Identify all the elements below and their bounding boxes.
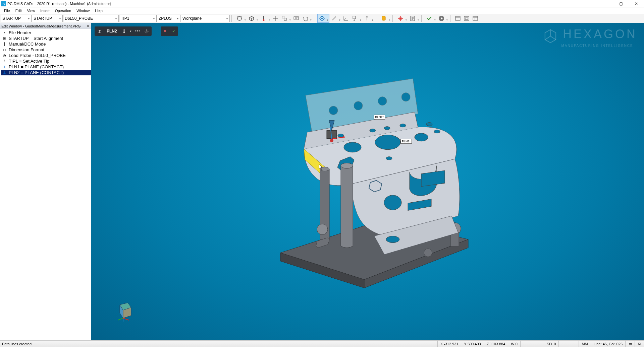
- svg-point-25: [415, 133, 428, 141]
- maximize-button[interactable]: ▢: [613, 0, 629, 7]
- tb-comment-icon[interactable]: [292, 14, 301, 23]
- status-sd: SD 0: [544, 341, 559, 347]
- floatbar-dropdown-icon[interactable]: ▾: [128, 27, 133, 35]
- combo-workplane[interactable]: Workplane▼: [181, 15, 230, 22]
- tree-item: !TIP1 = Set Active Tip: [1, 58, 91, 64]
- tb-window2-icon[interactable]: [462, 14, 471, 23]
- status-coord-x: X -312.931: [437, 341, 461, 347]
- title-bar: Pc PC-DMIS CAD++ 2020 R1 (release) - Mac…: [0, 0, 644, 7]
- svg-point-29: [400, 124, 406, 127]
- app-icon: Pc: [1, 1, 6, 6]
- plane-icon: ⊥: [2, 65, 7, 69]
- toolbar-separator: [314, 15, 316, 22]
- combo-workplane-axis[interactable]: ZPLUS▼: [157, 15, 180, 22]
- status-btn2[interactable]: ⧉: [635, 341, 644, 347]
- svg-point-27: [370, 129, 376, 132]
- toolbar-separator: [231, 15, 233, 22]
- tb-feature-icon[interactable]: ▾: [235, 14, 247, 23]
- floatbar-accept-icon[interactable]: ✓: [169, 27, 178, 35]
- tree-item: ⊥PLN1 = PLANE (CONTACT): [1, 64, 91, 70]
- floatbar-cancel-icon[interactable]: ✕: [161, 27, 169, 35]
- menu-view[interactable]: View: [24, 8, 38, 13]
- close-button[interactable]: ✕: [629, 0, 644, 7]
- window-title: PC-DMIS CAD++ 2020 R1 (release) - Machin…: [7, 2, 598, 6]
- status-line-col: Line: 45, Col: 025: [591, 341, 625, 347]
- tb-check-icon[interactable]: ▾: [425, 14, 437, 23]
- svg-point-2: [263, 19, 264, 21]
- floatbar-gear-icon[interactable]: [142, 27, 151, 35]
- svg-point-42: [386, 236, 399, 242]
- floatbar-more-icon[interactable]: •••: [133, 27, 143, 35]
- tb-probe-icon[interactable]: ▾: [259, 14, 271, 23]
- tb-uparrow-icon[interactable]: ▾: [362, 14, 374, 23]
- tb-move-icon[interactable]: [271, 14, 280, 23]
- tb-cube-icon[interactable]: ▾: [247, 14, 259, 23]
- hexagon-watermark: HEXAGON MANUFACTURING INTELLIGENCE: [543, 27, 638, 48]
- tree-item: ▪File Header: [1, 30, 91, 36]
- tree-item-selected: ⊥PLN2 = PLANE (CONTACT): [1, 70, 91, 75]
- tb-cylinder-icon[interactable]: ▾: [379, 14, 391, 23]
- toolbar-row: STARTUP▼ STARTUP▼ D6L50_PROBE▼ TIP1▼ ZPL…: [0, 14, 644, 23]
- callout-pln1[interactable]: PLN1*: [400, 139, 412, 143]
- floatbar-probe-icon[interactable]: [120, 27, 128, 35]
- combo-alignment-2[interactable]: STARTUP▼: [32, 15, 63, 22]
- edit-window-close-icon[interactable]: ✕: [86, 23, 90, 28]
- floatbar-upload-icon[interactable]: [95, 27, 104, 35]
- tb-window1-icon[interactable]: [453, 14, 462, 23]
- tb-align-icon[interactable]: ▾: [280, 14, 292, 23]
- tb-datum-icon[interactable]: ▾: [350, 14, 362, 23]
- svg-point-19: [329, 106, 338, 115]
- svg-point-17: [123, 32, 125, 33]
- tb-window3-icon[interactable]: [471, 14, 480, 23]
- combo-probe[interactable]: D6L50_PROBE▼: [63, 15, 119, 22]
- edit-window-header[interactable]: Edit Window - GuidedManualMeasurement.PR…: [0, 23, 91, 29]
- menu-bar: File Edit View Insert Operation Window H…: [0, 7, 644, 14]
- status-btn1[interactable]: ▭: [625, 341, 635, 347]
- cad-viewport[interactable]: PLN2 ▾ ••• ✕ ✓ HEXAGON MANUFACTURING INT…: [91, 23, 644, 340]
- feature-floatbar-actions: ✕ ✓: [161, 26, 178, 36]
- program-tree[interactable]: ▪File Header ⊞STARTUP = Start Alignment …: [0, 29, 91, 75]
- toolbar-separator: [392, 15, 394, 22]
- tb-grid-icon[interactable]: ▾: [396, 14, 408, 23]
- svg-point-37: [317, 224, 328, 234]
- cad-model[interactable]: PLN2* PLN1*: [240, 72, 495, 301]
- tb-axes-icon[interactable]: [341, 14, 350, 23]
- status-coord-w: W 0: [508, 341, 520, 347]
- probe-icon: ◔: [2, 53, 7, 58]
- menu-file[interactable]: File: [1, 8, 13, 13]
- tb-wand-icon[interactable]: ▾: [329, 14, 341, 23]
- tb-undo-icon[interactable]: ▾: [301, 14, 313, 23]
- minimize-button[interactable]: —: [598, 0, 613, 7]
- tree-item: ⊞STARTUP = Start Alignment: [1, 36, 91, 41]
- svg-rect-39: [451, 232, 459, 246]
- svg-point-23: [344, 142, 361, 152]
- menu-edit[interactable]: Edit: [13, 8, 24, 13]
- menu-operation[interactable]: Operation: [52, 8, 74, 13]
- status-message: Path lines created!: [0, 342, 437, 346]
- status-blank2: [558, 341, 579, 347]
- feature-floatbar: PLN2 ▾ •••: [95, 26, 152, 36]
- edit-window-title: Edit Window - GuidedManualMeasurement.PR…: [1, 24, 81, 28]
- tb-target-icon[interactable]: ▾: [317, 14, 329, 23]
- combo-alignment-1[interactable]: STARTUP▼: [1, 15, 32, 22]
- tb-report-icon[interactable]: ▾: [408, 14, 420, 23]
- view-cube-icon[interactable]: [113, 299, 137, 324]
- tree-item: ◻Dimension Format: [1, 47, 91, 53]
- floatbar-feature-name[interactable]: PLN2: [104, 27, 120, 35]
- menu-window[interactable]: Window: [74, 8, 92, 13]
- svg-point-26: [338, 134, 344, 137]
- combo-tip[interactable]: TIP1▼: [119, 15, 157, 22]
- tb-play-icon[interactable]: ▾: [437, 14, 449, 23]
- svg-rect-16: [124, 29, 124, 32]
- svg-point-33: [384, 195, 401, 210]
- status-units[interactable]: MM: [579, 341, 590, 347]
- svg-point-30: [426, 122, 432, 126]
- svg-point-20: [354, 101, 363, 110]
- callout-pln2[interactable]: PLN2*: [374, 115, 385, 119]
- menu-insert[interactable]: Insert: [38, 8, 52, 13]
- status-blank: [520, 341, 544, 347]
- svg-point-36: [341, 163, 353, 168]
- svg-rect-12: [455, 16, 460, 20]
- menu-help[interactable]: Help: [92, 8, 105, 13]
- svg-point-31: [434, 130, 440, 133]
